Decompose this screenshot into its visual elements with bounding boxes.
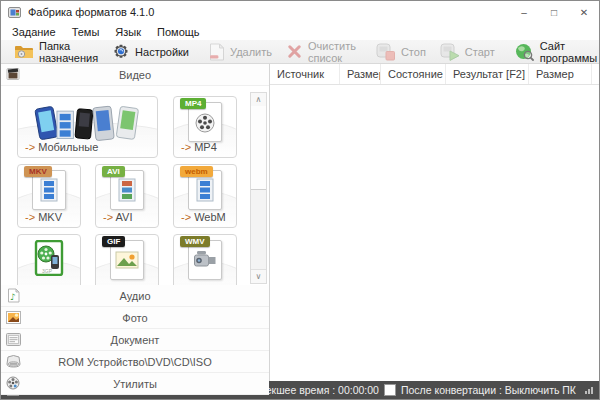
- section-photo[interactable]: Фото: [1, 307, 269, 329]
- audio-section-icon: ♪: [5, 287, 21, 303]
- format-cell-webm[interactable]: webm -> WebM: [173, 164, 237, 228]
- col-size[interactable]: Размер: [340, 64, 381, 84]
- app-logo-icon: [8, 6, 21, 19]
- avi-file-icon: AVI: [96, 170, 158, 210]
- menu-language[interactable]: Язык: [107, 26, 149, 38]
- section-rom-device[interactable]: ROM Устройство\DVD\CD\ISO: [1, 351, 269, 373]
- format-cell-wmv[interactable]: WMV: [173, 234, 237, 285]
- clear-list-label: Очистить список: [308, 40, 356, 64]
- scroll-up-icon[interactable]: ∧: [251, 93, 266, 107]
- col-size2[interactable]: Размер: [529, 64, 592, 84]
- section-audio[interactable]: ♪ Аудио: [1, 285, 269, 307]
- menu-help[interactable]: Помощь: [149, 26, 208, 38]
- mkv-tag: MKV: [24, 166, 52, 177]
- after-conversion-checkbox[interactable]: [384, 384, 396, 396]
- format-cell-gif[interactable]: GIF: [95, 234, 159, 285]
- format-label: -> MP4: [181, 141, 217, 153]
- film-reel-icon: [193, 110, 217, 134]
- webm-file-icon: webm: [174, 170, 236, 210]
- avi-tag: AVI: [102, 166, 125, 177]
- toolbar: Папка назначения Настройки: [1, 40, 599, 64]
- col-filler: [592, 64, 599, 84]
- utilities-section-label: Утилиты: [113, 378, 157, 390]
- settings-label: Настройки: [135, 46, 189, 58]
- scroll-down-icon[interactable]: ∨: [251, 269, 266, 283]
- task-table-header: Источник Размер Состояние Результат [F2]…: [270, 64, 599, 85]
- mp4-tag: MP4: [180, 98, 206, 109]
- col-source[interactable]: Источник: [270, 64, 340, 84]
- window-title: Фабрика форматов 4.1.0: [28, 6, 154, 18]
- photo-section-icon: [5, 309, 21, 325]
- task-list-body[interactable]: [270, 85, 599, 381]
- after-conversion-label: После конвертации : Выключить ПК: [401, 384, 576, 396]
- filmstrip-icon: [195, 178, 215, 202]
- delete-page-icon: [209, 43, 225, 61]
- format-cell-mobile[interactable]: -> Мобильные: [17, 96, 158, 158]
- camcorder-icon: [193, 250, 217, 270]
- main-area: Видео: [1, 64, 599, 381]
- format-sidebar: Видео: [1, 64, 270, 381]
- format-label: -> MKV: [25, 211, 62, 223]
- start-icon: [440, 43, 460, 61]
- document-section-label: Документ: [111, 334, 160, 346]
- format-cell-mp4[interactable]: MP4 -> MP4: [173, 96, 237, 158]
- activity-bars-icon: [585, 387, 593, 394]
- menu-themes[interactable]: Темы: [64, 26, 108, 38]
- globe-search-icon: [515, 43, 535, 61]
- mkv-file-icon: MKV: [18, 170, 80, 210]
- section-utilities[interactable]: Утилиты: [1, 373, 269, 395]
- wmv-file-icon: WMV: [174, 240, 236, 280]
- start-label: Старт: [465, 46, 495, 58]
- gif-file-icon: GIF: [96, 240, 158, 280]
- delete-button[interactable]: Удалить: [202, 40, 279, 63]
- dest-folder-button[interactable]: Папка назначения: [7, 40, 105, 63]
- format-cell-3gp[interactable]: 3GP: [17, 234, 81, 285]
- mp4-file-icon: MP4: [174, 102, 236, 142]
- task-list-panel: Источник Размер Состояние Результат [F2]…: [270, 64, 599, 381]
- website-label: Сайт программы: [540, 40, 597, 64]
- audio-section-label: Аудио: [119, 290, 150, 302]
- statusbar-right: Истекшее время : 00:00:00 После конверта…: [248, 384, 593, 396]
- utilities-section-icon: [5, 375, 21, 391]
- format-cell-avi[interactable]: AVI -> AVI: [95, 164, 159, 228]
- delete-label: Удалить: [230, 46, 272, 58]
- stop-icon: [376, 43, 396, 61]
- photo-section-label: Фото: [122, 312, 147, 324]
- rom-device-section-label: ROM Устройство\DVD\CD\ISO: [58, 356, 212, 368]
- rom-device-icon: [5, 353, 21, 369]
- 3gp-file-icon: 3GP: [18, 240, 80, 276]
- document-section-icon: [5, 331, 21, 347]
- section-video[interactable]: Видео: [1, 64, 269, 86]
- mobile-devices-icon: [18, 102, 157, 144]
- gear-icon: [112, 43, 130, 61]
- section-document[interactable]: Документ: [1, 329, 269, 351]
- window-controls: – □ ✕: [509, 1, 599, 23]
- settings-button[interactable]: Настройки: [105, 40, 196, 63]
- stop-label: Стоп: [401, 46, 426, 58]
- gif-tag: GIF: [102, 236, 125, 247]
- dest-folder-label: Папка назначения: [39, 40, 98, 64]
- format-label: -> WebM: [181, 211, 226, 223]
- col-result[interactable]: Результат [F2]: [446, 64, 529, 84]
- clear-x-icon: [286, 43, 303, 60]
- video-format-grid: -> Мобильные MP4: [1, 86, 269, 285]
- format-label: -> Мобильные: [25, 141, 98, 153]
- format-cell-mkv[interactable]: MKV -> MKV: [17, 164, 81, 228]
- folder-icon: [14, 44, 34, 60]
- scrollbar-thumb[interactable]: [251, 106, 266, 190]
- start-button[interactable]: Старт: [433, 40, 502, 63]
- minimize-button[interactable]: –: [509, 1, 539, 23]
- clear-list-button[interactable]: Очистить список: [279, 40, 363, 63]
- stop-button[interactable]: Стоп: [369, 40, 433, 63]
- title-bar: Фабрика форматов 4.1.0 – □ ✕: [1, 1, 599, 23]
- website-button[interactable]: Сайт программы: [508, 40, 600, 63]
- webm-tag: webm: [180, 166, 213, 177]
- close-button[interactable]: ✕: [569, 1, 599, 23]
- menu-task[interactable]: Задание: [4, 26, 64, 38]
- maximize-button[interactable]: □: [539, 1, 569, 23]
- video-section-label: Видео: [119, 69, 151, 81]
- col-state[interactable]: Состояние: [381, 64, 446, 84]
- video-section-icon: [5, 66, 21, 82]
- filmstrip-color-icon: [117, 178, 137, 202]
- grid-scrollbar[interactable]: ∧ ∨: [250, 92, 267, 284]
